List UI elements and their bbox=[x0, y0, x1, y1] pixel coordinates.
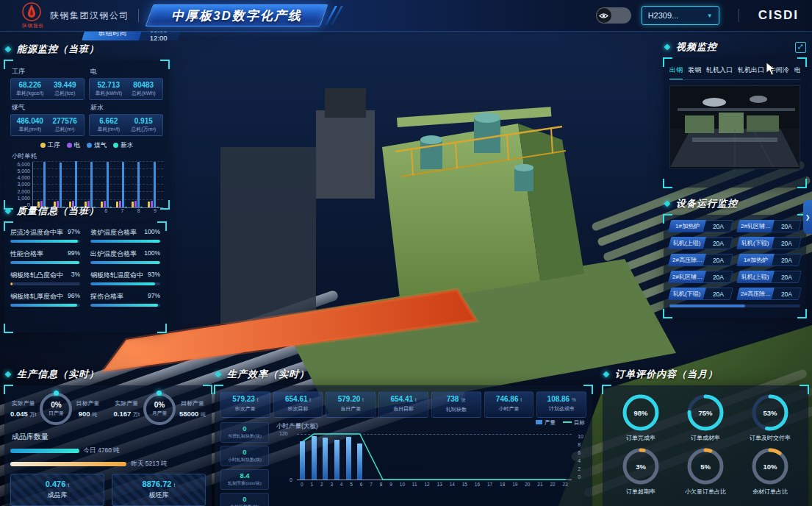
device-chip-2#轧区辅…[interactable]: 2#轧区辅…20A bbox=[668, 271, 733, 283]
quality-label: 钢板终轧凸度命中 bbox=[10, 271, 63, 280]
device-value: 20A bbox=[772, 254, 802, 266]
bar-煤气 bbox=[43, 162, 46, 207]
camera-feed[interactable] bbox=[669, 85, 800, 169]
video-tab-轧机出口[interactable]: 轧机出口 bbox=[738, 65, 764, 75]
device-value: 20A bbox=[772, 288, 802, 300]
device-chip-轧机(上辊)[interactable]: 轧机(上辊)20A bbox=[668, 237, 733, 249]
device-row: 轧机(下辊)20A2#高压除…20A bbox=[669, 288, 800, 300]
stock-title: 成品库数量 bbox=[12, 432, 206, 442]
y-axis-max: 120 bbox=[279, 431, 288, 436]
video-tab-中间冷[interactable]: 中间冷 bbox=[769, 65, 789, 75]
energy-metric: 486.040单耗(m³/t) bbox=[12, 117, 48, 133]
energy-metric: 68.226单耗(kgce/t) bbox=[12, 81, 48, 97]
device-chip-轧机(上辊)[interactable]: 轧机(上辊)20A bbox=[736, 271, 802, 283]
energy-chart-title: 小时单耗 bbox=[12, 152, 163, 161]
bar-group bbox=[148, 162, 159, 207]
panel-order-evaluation: ❖ 订单评价内容（当月） 98%订单完成率75%订单成材率53%订单及时交付率3… bbox=[603, 368, 808, 506]
bar-煤气 bbox=[107, 162, 109, 207]
hourly-chart-x-axis: 01234567891011121314151617181920212223 bbox=[297, 482, 572, 487]
stock-bars: 今日 4760 吨昨天 5213 吨 bbox=[10, 446, 206, 468]
visibility-toggle[interactable] bbox=[596, 7, 631, 24]
efficiency-card-value: 579.23 t bbox=[222, 395, 269, 403]
diamond-icon: ❖ bbox=[4, 45, 12, 54]
legend-dot bbox=[113, 143, 118, 148]
panel-production-info: ❖ 生产信息（实时） 实际产量 0.045 万t 0% 日产量 目标产量 bbox=[4, 368, 212, 506]
order-donut-value: 75% bbox=[686, 393, 725, 432]
order-donut-value: 53% bbox=[750, 393, 790, 432]
side-box-value: 8.4 bbox=[222, 471, 267, 480]
efficiency-card-value: 108.86 % bbox=[538, 395, 585, 403]
device-value: 20A bbox=[703, 220, 733, 232]
bar-group bbox=[54, 163, 65, 207]
video-tab-电加热[interactable]: 电加热 bbox=[794, 65, 800, 75]
device-chip-1#加热炉[interactable]: 1#加热炉20A bbox=[668, 220, 733, 232]
x-tick: 8 bbox=[380, 482, 383, 487]
energy-metric-label: 单耗(kgce/t) bbox=[12, 90, 48, 97]
efficiency-card: 654.41 t当日目标 bbox=[378, 391, 428, 418]
target-output-label: 目标产量 bbox=[76, 399, 99, 407]
frame-corner bbox=[663, 179, 672, 188]
hourly-chart-title: 小时产量(大板) bbox=[276, 422, 586, 431]
panel-collapse-handle[interactable]: ❯ bbox=[803, 200, 812, 234]
device-value: 20A bbox=[703, 254, 733, 266]
energy-card-category: 煤气 bbox=[12, 103, 85, 113]
efficiency-card-label: 当日目标 bbox=[380, 405, 427, 413]
efficiency-side-box: 8.4轧制节奏(min/块) bbox=[220, 469, 269, 490]
device-chip-1#加热炉[interactable]: 1#加热炉20A bbox=[736, 254, 802, 266]
efficiency-card: 579.20 t当日产量 bbox=[326, 391, 376, 418]
panel-title: 能源监控（当班） bbox=[17, 43, 99, 56]
efficiency-card-label: 当日产量 bbox=[327, 405, 374, 413]
device-chip-轧机(下辊)[interactable]: 轧机(下辊)20A bbox=[668, 288, 733, 300]
device-chip-轧机(下辊)[interactable]: 轧机(下辊)20A bbox=[736, 237, 802, 249]
x-tick: 7 bbox=[370, 482, 373, 487]
energy-card: 工序68.226单耗(kgce/t)39.449总耗(tce) bbox=[10, 66, 85, 102]
energy-metric: 277576总耗(m³) bbox=[48, 117, 83, 133]
line-selector-dropdown[interactable]: H2309... ▼ bbox=[642, 6, 719, 25]
legend-dot bbox=[67, 143, 72, 148]
bar-group bbox=[85, 162, 96, 207]
device-chip-2#高压除…[interactable]: 2#高压除…20A bbox=[668, 254, 733, 266]
device-chip-2#轧区辅…[interactable]: 2#轧区辅…20A bbox=[736, 220, 802, 232]
order-donut-ring: 10% bbox=[750, 446, 790, 486]
x-tick: 10 bbox=[400, 482, 405, 487]
bar-煤气 bbox=[137, 162, 140, 207]
panel-quality-info: ❖ 质量信息（当班） 层流冷温度命中率97%装炉温度合格率100%性能合格率99… bbox=[4, 204, 166, 332]
quality-bar bbox=[90, 240, 160, 243]
device-chip-2#高压除…[interactable]: 2#高压除…20A bbox=[736, 288, 802, 300]
device-name: 2#轧区辅… bbox=[736, 220, 775, 232]
quality-grid: 层流冷温度命中率97%装炉温度合格率100%性能合格率99%出炉温度合格率100… bbox=[10, 228, 160, 307]
energy-chart: 6,0005,0004,0003,0002,0001,0000 bbox=[10, 162, 163, 208]
quality-item: 钢板终轧温度命中93% bbox=[90, 271, 160, 285]
energy-cards: 工序68.226单耗(kgce/t)39.449总耗(tce)电52.713单耗… bbox=[10, 66, 163, 138]
energy-metric-value: 6.662 bbox=[91, 117, 126, 125]
efficiency-side-box: 0小时轧制块数(块) bbox=[220, 446, 269, 466]
stock-box-value: 0.476 t bbox=[46, 480, 70, 488]
stock-boxes: 0.476 t成品库8876.72 t板坯库 bbox=[10, 474, 206, 506]
order-donut-label: 小欠量订单占比 bbox=[685, 488, 726, 496]
order-donut-订单及时交付率: 53%订单及时交付率 bbox=[750, 393, 791, 442]
device-row: 1#加热炉20A2#轧区辅…20A bbox=[669, 220, 800, 232]
efficiency-card: 108.86 %计划达成率 bbox=[536, 391, 586, 418]
y-tick: 4,000 bbox=[17, 175, 30, 180]
legend-item-新水: 新水 bbox=[113, 141, 133, 150]
video-tab-装钢[interactable]: 装钢 bbox=[688, 65, 701, 75]
quality-item-top: 装炉温度合格率100% bbox=[90, 228, 160, 238]
order-donut-ring: 3% bbox=[621, 446, 661, 486]
x-tick: 11 bbox=[412, 482, 417, 487]
fullscreen-icon[interactable]: ⤢ bbox=[795, 42, 806, 53]
energy-metric-value: 486.040 bbox=[12, 117, 48, 125]
video-tab-轧机入口[interactable]: 轧机入口 bbox=[706, 65, 733, 75]
video-tab-出钢[interactable]: 出钢 bbox=[669, 65, 683, 75]
device-name: 2#轧区辅… bbox=[668, 271, 707, 283]
device-scrollbar-thumb[interactable] bbox=[669, 304, 745, 307]
x-tick: 19 bbox=[512, 482, 517, 487]
quality-item: 层流冷温度命中率97% bbox=[10, 228, 80, 243]
actual-output-value: 0.167 bbox=[114, 410, 132, 418]
y-tick: 1,000 bbox=[17, 196, 30, 201]
x-tick: 17 bbox=[487, 482, 492, 487]
quality-bar-fill bbox=[10, 282, 12, 285]
device-value: 20A bbox=[703, 288, 733, 300]
quality-item-top: 钢板终轧凸度命中3% bbox=[10, 271, 80, 280]
device-scrollbar[interactable] bbox=[669, 304, 800, 307]
panel-title: 视频监控 bbox=[676, 40, 717, 54]
